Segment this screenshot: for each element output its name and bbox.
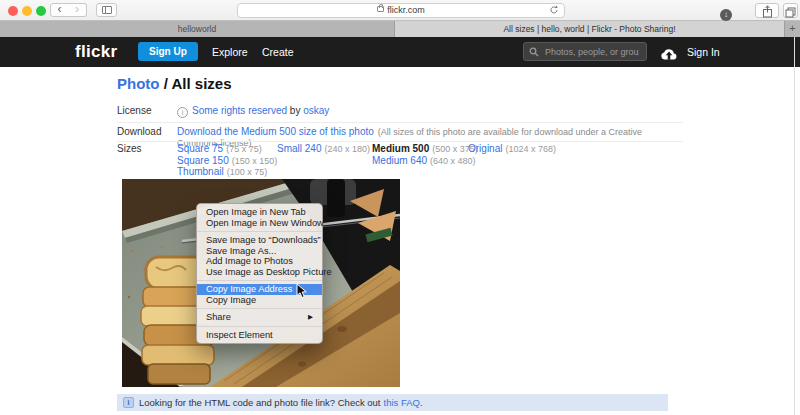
size-original: Original(1024 x 768) xyxy=(468,143,556,155)
size-medium500-current: Medium 500(500 x 375) xyxy=(372,143,478,155)
back-button[interactable]: ‹ xyxy=(50,3,69,17)
browser-titlebar: ‹ › flickr.com ↓ xyxy=(0,0,800,21)
minimize-window-button[interactable] xyxy=(22,6,32,16)
menu-separator xyxy=(197,280,322,281)
menu-separator xyxy=(197,308,322,309)
menu-item-open-image-new-window[interactable]: Open Image in New Window xyxy=(197,218,322,229)
search-input[interactable] xyxy=(543,46,641,58)
menu-item-save-image-to-downloads[interactable]: Save Image to “Downloads” xyxy=(197,235,322,246)
size-dims: (1024 x 768) xyxy=(505,144,556,154)
reload-button[interactable] xyxy=(549,5,559,19)
size-thumbnail: Thumbnail(100 x 75) xyxy=(177,166,277,178)
size-dims: (75 x 75) xyxy=(226,144,262,154)
sizes-label: Sizes xyxy=(117,143,177,154)
size-square75: Square 75(75 x 75) xyxy=(177,143,277,155)
download-row: Download Download the Medium 500 size of… xyxy=(117,126,683,140)
menu-item-open-image-new-tab[interactable]: Open Image in New Tab xyxy=(197,207,322,218)
license-owner-link[interactable]: oskay xyxy=(303,105,329,116)
menu-separator xyxy=(197,231,322,232)
size-medium640-link[interactable]: Medium 640 xyxy=(372,155,427,166)
tab-bar: helloworld All sizes | hello, world | Fl… xyxy=(0,21,800,37)
sign-in-link[interactable]: Sign In xyxy=(687,37,720,67)
faq-period: . xyxy=(420,397,423,408)
size-original-link[interactable]: Original xyxy=(468,143,502,154)
size-square150-link[interactable]: Square 150 xyxy=(177,155,229,166)
breadcrumb: Photo / All sizes xyxy=(117,75,231,92)
size-medium640: Medium 640(640 x 480) xyxy=(372,155,478,167)
new-tab-button[interactable]: + xyxy=(784,21,800,37)
menu-item-inspect-element[interactable]: Inspect Element xyxy=(197,330,322,341)
faq-text: Looking for the HTML code and photo file… xyxy=(139,397,381,408)
sidebar-toggle-button[interactable] xyxy=(96,3,117,17)
size-dims: (150 x 150) xyxy=(232,156,278,166)
close-window-button[interactable] xyxy=(8,6,18,16)
license-by-text: by xyxy=(290,105,301,116)
share-button[interactable] xyxy=(755,3,779,18)
size-small240: Small 240(240 x 180) xyxy=(277,143,370,155)
menu-item-add-image-to-photos[interactable]: Add Image to Photos xyxy=(197,256,322,267)
license-label: License xyxy=(117,105,177,116)
size-dims: (640 x 480) xyxy=(430,156,476,166)
tab-all-sizes[interactable]: All sizes | hello, world | Flickr - Phot… xyxy=(395,21,784,37)
size-thumbnail-link[interactable]: Thumbnail xyxy=(177,166,224,177)
search-box[interactable] xyxy=(523,42,647,61)
faq-info-bar: i Looking for the HTML code and photo fi… xyxy=(117,394,668,411)
tabs-icon xyxy=(785,7,796,18)
download-label: Download xyxy=(117,126,177,137)
size-square150: Square 150(150 x 150) xyxy=(177,155,277,167)
flickr-navbar: flickr Sign Up Explore Create Sign In xyxy=(0,37,800,67)
lock-icon xyxy=(377,6,384,12)
license-row: License iSome rights reserved by oskay xyxy=(117,105,683,120)
address-bar[interactable]: flickr.com xyxy=(237,3,565,18)
flickr-logo[interactable]: flickr xyxy=(75,37,117,67)
url-text: flickr.com xyxy=(387,5,425,15)
nav-create-link[interactable]: Create xyxy=(262,37,294,67)
info-icon: i xyxy=(177,107,188,118)
sidebar-icon xyxy=(102,6,112,14)
downloads-button[interactable]: ↓ xyxy=(714,3,738,18)
row-divider xyxy=(117,141,683,142)
share-icon xyxy=(762,5,773,18)
info-square-icon: i xyxy=(123,397,134,408)
reload-icon xyxy=(549,5,559,15)
menu-item-use-image-as-desktop-picture[interactable]: Use Image as Desktop Picture xyxy=(197,267,322,278)
page-title: All sizes xyxy=(171,75,231,92)
context-menu: Open Image in New Tab Open Image in New … xyxy=(196,203,323,344)
faq-link[interactable]: this FAQ xyxy=(384,397,420,408)
size-dims: (240 x 180) xyxy=(324,144,370,154)
license-link[interactable]: Some rights reserved xyxy=(192,105,287,116)
menu-item-share[interactable]: ▶ Share xyxy=(197,312,322,323)
breadcrumb-photo-link[interactable]: Photo xyxy=(117,75,160,92)
breadcrumb-separator: / xyxy=(160,75,172,92)
menu-item-save-image-as[interactable]: Save Image As... xyxy=(197,246,322,257)
cloud-upload-icon[interactable] xyxy=(660,46,678,64)
size-square75-link[interactable]: Square 75 xyxy=(177,143,223,154)
downloads-icon: ↓ xyxy=(720,9,732,21)
row-divider xyxy=(117,122,683,123)
search-icon xyxy=(529,47,539,57)
download-medium500-link[interactable]: Download the Medium 500 size of this pho… xyxy=(177,126,374,137)
tab-overview-button[interactable] xyxy=(783,3,798,18)
submenu-arrow-icon: ▶ xyxy=(308,312,313,323)
scrollbar-track[interactable] xyxy=(794,37,795,415)
menu-item-share-label: Share xyxy=(206,312,231,322)
mouse-cursor xyxy=(296,283,307,303)
menu-separator xyxy=(197,326,322,327)
forward-button[interactable]: › xyxy=(68,3,87,17)
size-dims: (100 x 75) xyxy=(227,167,268,177)
tab-helloworld[interactable]: helloworld xyxy=(0,21,395,37)
zoom-window-button[interactable] xyxy=(36,6,46,16)
size-small240-link[interactable]: Small 240 xyxy=(277,143,321,154)
sign-up-button[interactable]: Sign Up xyxy=(138,42,198,61)
size-medium500-label: Medium 500 xyxy=(372,143,429,154)
nav-explore-link[interactable]: Explore xyxy=(212,37,248,67)
